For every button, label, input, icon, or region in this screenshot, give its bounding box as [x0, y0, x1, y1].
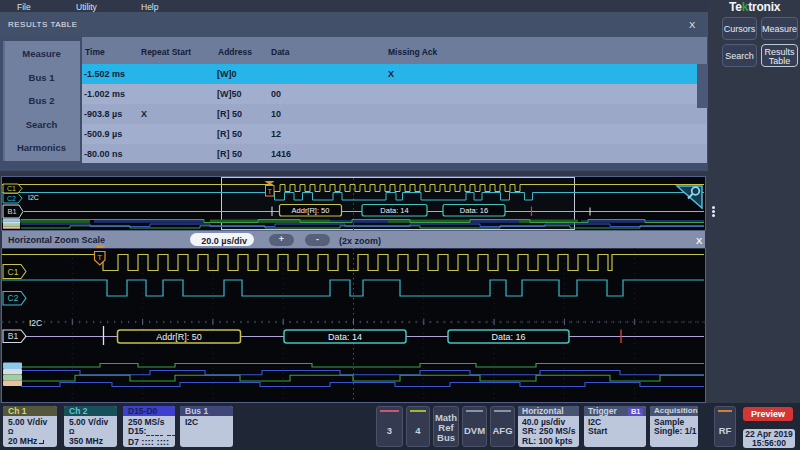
svg-text:Data: 14: Data: 14 — [380, 206, 408, 215]
svg-text:Data: 14: Data: 14 — [328, 332, 362, 342]
svg-text:Data: 16: Data: 16 — [491, 332, 525, 342]
svg-text:I2C: I2C — [29, 318, 42, 328]
svg-text:C1: C1 — [8, 267, 19, 277]
svg-text:Addr[R]: 50: Addr[R]: 50 — [156, 332, 202, 342]
svg-text:C1: C1 — [7, 185, 16, 192]
svg-text:B1: B1 — [8, 331, 19, 341]
svg-text:Addr[R]: 50: Addr[R]: 50 — [292, 206, 330, 215]
svg-text:C2: C2 — [8, 293, 19, 303]
svg-text:B1: B1 — [7, 207, 16, 216]
svg-text:C2: C2 — [7, 195, 16, 202]
svg-text:Data: 16: Data: 16 — [460, 206, 488, 215]
svg-text:T: T — [268, 188, 273, 195]
svg-text:I2C: I2C — [28, 194, 39, 201]
svg-text:T: T — [97, 253, 102, 262]
